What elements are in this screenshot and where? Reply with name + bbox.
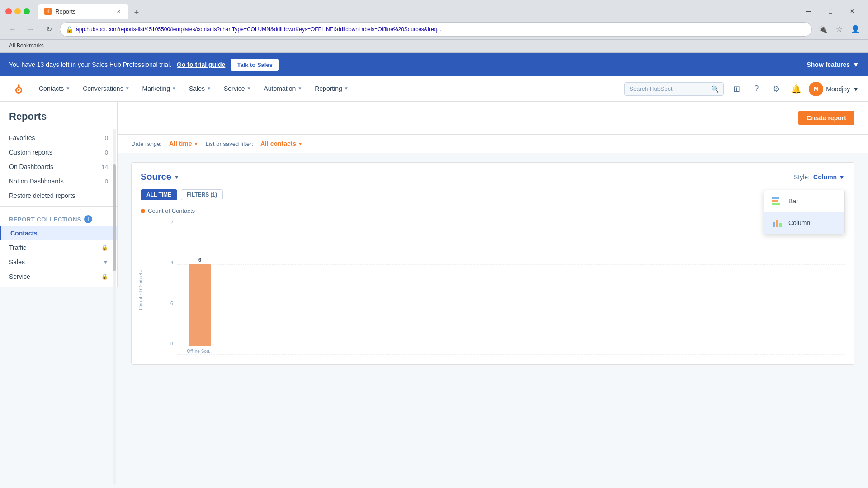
svg-rect-2	[772, 200, 778, 202]
date-range-select[interactable]: All time ▼	[169, 140, 198, 147]
chart-plot: 6 Offline Sou...	[177, 220, 845, 355]
all-time-filter-btn[interactable]: ALL TIME	[141, 189, 177, 200]
nav-menu: Contacts ▼ Conversations ▼ Marketing ▼ S…	[33, 76, 624, 102]
notifications-icon[interactable]: 🔔	[789, 82, 803, 96]
chevron-down-icon: ▼	[125, 86, 130, 91]
active-tab[interactable]: H Reports ✕	[38, 4, 128, 19]
sidebar-item-restore-deleted[interactable]: Restore deleted reports	[0, 188, 117, 203]
tab-close-btn[interactable]: ✕	[115, 8, 122, 15]
svg-rect-3	[772, 203, 780, 205]
filters-badge-btn[interactable]: FILTERS (1)	[181, 189, 223, 200]
user-menu[interactable]: M Moodjoy ▼	[809, 82, 859, 96]
browser-close-btn[interactable]	[5, 8, 12, 14]
nav-service[interactable]: Service ▼	[217, 76, 258, 102]
browser-tabs: H Reports ✕ +	[38, 4, 795, 19]
hubspot-nav: Contacts ▼ Conversations ▼ Marketing ▼ S…	[0, 76, 868, 102]
trial-guide-link[interactable]: Go to trial guide	[177, 61, 225, 68]
bookmarks-item-all[interactable]: All Bookmarks	[5, 42, 47, 50]
chevron-down-icon: ▼	[839, 174, 845, 181]
sidebar-scroll: Favorites 0 Custom reports 0 On Dashboar…	[0, 127, 117, 287]
chart-legend: Count of Contacts	[141, 207, 845, 214]
window-controls: ― ◻ ✕	[798, 5, 863, 18]
info-icon[interactable]: i	[84, 215, 92, 223]
toolbar-actions: 🔌 ☆ 👤	[816, 22, 863, 37]
help-icon[interactable]: ?	[749, 82, 764, 96]
search-bar[interactable]: 🔍	[624, 82, 724, 96]
back-btn[interactable]: ←	[5, 22, 20, 37]
report-card: Source ▼ Style: Column ▼	[131, 162, 854, 365]
svg-rect-1	[772, 197, 779, 199]
chevron-down-icon: ▼	[207, 86, 211, 91]
svg-rect-4	[773, 222, 775, 227]
chart-filters: ALL TIME FILTERS (1)	[141, 189, 845, 200]
style-option-bar[interactable]: Bar	[764, 190, 844, 212]
extensions-btn[interactable]: 🔌	[816, 22, 830, 37]
sidebar-divider	[0, 206, 117, 207]
search-input[interactable]	[629, 85, 708, 92]
y-tick-6: 6	[163, 300, 173, 306]
y-tick-8: 8	[163, 341, 173, 346]
nav-marketing[interactable]: Marketing ▼	[136, 76, 183, 102]
collection-service[interactable]: Service 🔒	[0, 269, 117, 284]
win-minimize-btn[interactable]: ―	[798, 5, 819, 18]
sidebar-item-favorites[interactable]: Favorites 0	[0, 131, 117, 145]
style-selector: Style: Column ▼	[794, 174, 845, 181]
new-tab-btn[interactable]: +	[130, 6, 143, 19]
chevron-down-icon: ▼	[344, 86, 349, 91]
apps-icon[interactable]: ⊞	[729, 82, 744, 96]
y-axis-label-container: Count of Contacts	[141, 220, 163, 355]
forward-btn[interactable]: →	[24, 22, 38, 37]
collection-sales[interactable]: Sales ▼	[0, 255, 117, 269]
browser-max-btn[interactable]	[24, 8, 30, 14]
list-filter-select[interactable]: All contacts ▼	[260, 140, 302, 147]
chevron-down-icon: ▼	[247, 86, 251, 91]
report-title[interactable]: Source ▼	[141, 172, 179, 182]
trial-text: You have 13 days left in your Sales Hub …	[9, 61, 171, 68]
address-bar[interactable]: 🔒 app.hubspot.com/reports-list/45105500/…	[60, 22, 812, 37]
collection-contacts[interactable]: Contacts	[0, 226, 117, 240]
date-range-label: Date range:	[131, 141, 162, 147]
y-axis: 8 6 4 2	[163, 220, 177, 355]
win-restore-btn[interactable]: ◻	[820, 5, 841, 18]
style-option-column[interactable]: Column	[764, 212, 844, 234]
url-text: app.hubspot.com/reports-list/45105500/te…	[76, 26, 806, 33]
talk-to-sales-btn[interactable]: Talk to Sales	[231, 59, 279, 71]
scroll-thumb[interactable]	[113, 164, 116, 271]
nav-reporting[interactable]: Reporting ▼	[308, 76, 355, 102]
style-value-btn[interactable]: Column ▼	[813, 174, 845, 181]
trial-banner: You have 13 days left in your Sales Hub …	[0, 53, 868, 76]
settings-icon[interactable]: ⚙	[769, 82, 783, 96]
bar-icon	[771, 195, 784, 207]
report-collections-section: Report collections i	[0, 211, 117, 226]
bar-x-label: Offline Sou...	[187, 349, 213, 354]
create-report-btn[interactable]: Create report	[798, 111, 854, 125]
browser-toolbar: ← → ↻ 🔒 app.hubspot.com/reports-list/451…	[0, 19, 868, 40]
bookmark-btn[interactable]: ☆	[832, 22, 846, 37]
main-layout: Reports Favorites 0 Custom reports 0 On …	[0, 102, 868, 487]
nav-sales[interactable]: Sales ▼	[183, 76, 217, 102]
chevron-down-icon: ▼	[174, 174, 179, 180]
page-title: Reports	[9, 111, 47, 122]
bar-offline[interactable]: Offline Sou...	[189, 264, 211, 346]
win-close-btn[interactable]: ✕	[842, 5, 863, 18]
user-menu-chevron: ▼	[853, 85, 859, 93]
profile-btn[interactable]: 👤	[848, 22, 863, 37]
user-name: Moodjoy	[826, 85, 850, 93]
style-dropdown: Bar Column	[764, 190, 845, 234]
report-card-header: Source ▼ Style: Column ▼	[141, 172, 845, 182]
collection-traffic[interactable]: Traffic 🔒	[0, 240, 117, 255]
sidebar-item-on-dashboards[interactable]: On Dashboards 14	[0, 160, 117, 174]
hubspot-logo[interactable]	[9, 81, 25, 97]
nav-conversations[interactable]: Conversations ▼	[76, 76, 136, 102]
refresh-btn[interactable]: ↻	[42, 22, 56, 37]
sidebar-item-not-on-dashboards[interactable]: Not on Dashboards 0	[0, 174, 117, 188]
nav-contacts[interactable]: Contacts ▼	[33, 76, 76, 102]
y-tick-4: 4	[163, 260, 173, 265]
sidebar-item-custom-reports[interactable]: Custom reports 0	[0, 145, 117, 160]
browser-min-btn[interactable]	[14, 8, 21, 14]
nav-automation[interactable]: Automation ▼	[257, 76, 308, 102]
browser-chrome: H Reports ✕ + ― ◻ ✕ ← → ↻ 🔒 app.hubspot.…	[0, 0, 868, 53]
app-container: You have 13 days left in your Sales Hub …	[0, 53, 868, 487]
show-features-btn[interactable]: Show features ▼	[807, 61, 859, 68]
sidebar-header: Reports	[0, 102, 117, 127]
